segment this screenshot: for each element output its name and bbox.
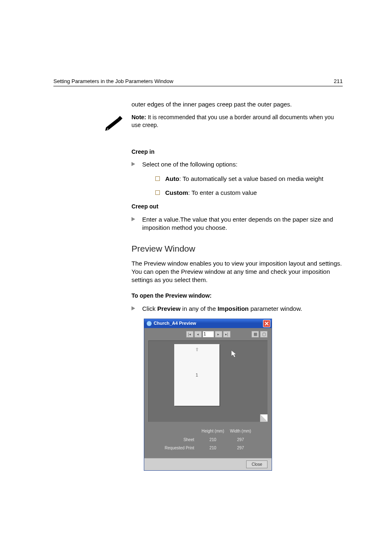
row-requested-label: Requested Print [165, 445, 196, 451]
last-page-button[interactable]: ▸| [223, 331, 231, 338]
page-icon: ▢ [262, 331, 266, 337]
dimensions-panel: Height (mm) Width (mm) Sheet 210 297 Req… [144, 422, 272, 458]
prev-page-icon: ◂ [197, 332, 199, 337]
creep-out-text: Enter a value.The value that you enter d… [142, 216, 333, 231]
click-preview-word: Preview [157, 305, 181, 312]
grid-icon: ▦ [254, 331, 257, 337]
custom-option: Custom: To enter a custom value [155, 189, 343, 197]
window-footer: Close [144, 458, 272, 470]
next-page-button[interactable]: ▸ [215, 331, 222, 338]
preview-stage[interactable]: ⇧ 1 [148, 340, 267, 422]
select-options-text: Select one of the following options: [142, 161, 238, 168]
orphan-paragraph: outer edges of the inner pages creep pas… [131, 100, 343, 109]
mouse-cursor-icon [231, 350, 238, 360]
auto-option: Auto: To automatically set a value based… [155, 175, 343, 183]
last-page-icon: ▸| [225, 332, 228, 337]
col-height: Height (mm) [202, 428, 224, 435]
custom-text: : To enter a custom value [188, 189, 257, 196]
app-icon [147, 321, 152, 326]
note-label: Note: [131, 114, 146, 120]
click-suffix: parameter window. [249, 305, 302, 312]
note-block: Note: It is recommended that you use a b… [104, 113, 343, 133]
sheet-height: 210 [202, 437, 224, 443]
window-close-button[interactable] [263, 320, 270, 327]
preview-window-heading: Preview Window [131, 243, 343, 254]
sheet-thumbnail[interactable]: ⇧ 1 [174, 344, 219, 406]
next-page-icon: ▸ [217, 332, 219, 337]
first-page-button[interactable]: |◂ [186, 331, 194, 338]
creep-out-heading: Creep out [131, 203, 343, 210]
row-sheet-label: Sheet [165, 437, 196, 443]
running-header: Setting Parameters in the Job Parameters… [53, 78, 343, 86]
sheet-width: 297 [230, 437, 251, 443]
first-page-icon: |◂ [188, 332, 191, 337]
window-titlebar[interactable]: Church_A4 Preview [144, 319, 272, 328]
preview-window-screenshot: Church_A4 Preview |◂ ◂ 1 ▸ ▸| [144, 319, 272, 471]
auto-label: Auto [165, 175, 179, 182]
requested-height: 210 [202, 445, 224, 451]
header-title: Setting Parameters in the Job Parameters… [53, 78, 173, 84]
auto-text: : To automatically set a value based on … [179, 175, 323, 182]
open-preview-heading: To open the Preview window: [131, 292, 343, 300]
col-width: Width (mm) [230, 428, 251, 435]
prev-page-button[interactable]: ◂ [194, 331, 202, 338]
preview-paragraph: The Preview window enables you to view y… [131, 259, 343, 284]
view-mode-button-2[interactable]: ▢ [260, 331, 267, 338]
click-prefix: Click [142, 305, 157, 312]
creep-out-item: Enter a value.The value that you enter d… [131, 215, 343, 232]
note-text: Note: It is recommended that you use a b… [131, 113, 343, 129]
orientation-arrow-icon: ⇧ [195, 347, 199, 353]
custom-label: Custom [165, 189, 188, 196]
sheet-page-number: 1 [196, 372, 198, 378]
requested-width: 297 [230, 445, 251, 451]
page-number-field[interactable]: 1 [203, 331, 214, 338]
click-preview-item: Click Preview in any of the Imposition p… [131, 305, 343, 313]
preview-toolbar: |◂ ◂ 1 ▸ ▸| ▦ ▢ [144, 328, 272, 340]
window-title: Church_A4 Preview [154, 320, 196, 326]
view-mode-button-1[interactable]: ▦ [251, 331, 259, 338]
click-mid: in any of the [180, 305, 217, 312]
select-options-item: Select one of the following options: Aut… [131, 160, 343, 197]
note-pen-icon [104, 114, 124, 133]
page-number: 211 [334, 78, 343, 84]
click-imposition-word: Imposition [217, 305, 249, 312]
creep-in-heading: Creep in [131, 148, 343, 156]
note-body: It is recommended that you use a border … [131, 114, 334, 128]
close-button[interactable]: Close [246, 460, 267, 468]
